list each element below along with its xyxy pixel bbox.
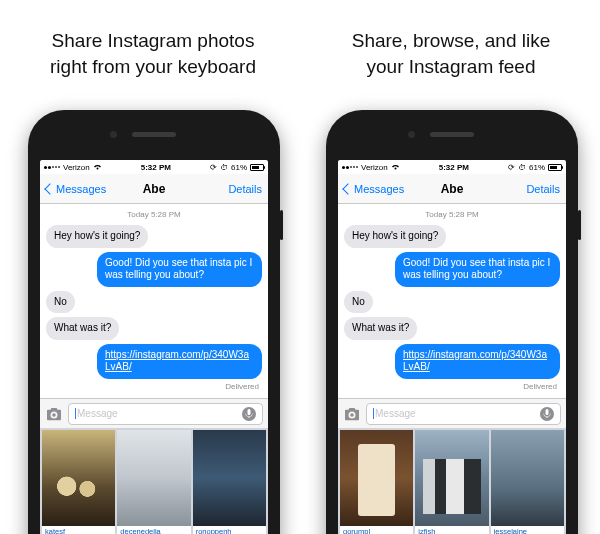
mic-button[interactable] [540, 407, 554, 421]
grid-card[interactable]: decenedellaI want to live out [117, 430, 190, 534]
grid-card[interactable]: jesselaineThat these [491, 430, 564, 534]
details-button[interactable]: Details [228, 183, 262, 195]
keyboard-photo-grid[interactable]: gorumplIf you gotta do jzfishFired up fo… [338, 428, 566, 534]
rotation-lock-icon: ⟳ [210, 163, 217, 172]
details-button[interactable]: Details [526, 183, 560, 195]
message-out[interactable]: Good! Did you see that insta pic I was t… [97, 252, 262, 287]
grid-card[interactable]: katesffrat basements 📷 [42, 430, 115, 534]
signal-dots-icon [342, 166, 358, 169]
wifi-icon [93, 163, 102, 172]
carrier-label: Verizon [63, 163, 90, 172]
message-out-link[interactable]: https://instagram.com/p/340W3aLvAB/ [97, 344, 262, 379]
alarm-icon: ⏱ [518, 163, 526, 172]
timestamp: Today 5:28 PM [344, 210, 560, 219]
message-input[interactable]: Message [68, 403, 263, 425]
alarm-icon: ⏱ [220, 163, 228, 172]
battery-percent: 61% [529, 163, 545, 172]
headline-left: Share Instagram photos right from your k… [8, 0, 298, 93]
delivered-label: Delivered [523, 382, 557, 391]
grid-card[interactable]: jzfishFired up for [415, 430, 488, 534]
message-out-link[interactable]: https://instagram.com/p/340W3aLvAB/ [395, 344, 560, 379]
back-button[interactable]: Messages [344, 183, 404, 195]
message-in[interactable]: Hey how's it going? [344, 225, 446, 248]
back-button[interactable]: Messages [46, 183, 106, 195]
nav-bar: Messages Abe Details [338, 174, 566, 204]
thumbnail[interactable] [340, 430, 413, 526]
message-in[interactable]: No [344, 291, 373, 314]
signal-dots-icon [44, 166, 60, 169]
chevron-left-icon [342, 183, 353, 194]
grid-card[interactable]: ronoppenhSome phot [193, 430, 266, 534]
nav-bar: Messages Abe Details [40, 174, 268, 204]
thumbnail[interactable] [491, 430, 564, 526]
chevron-left-icon [44, 183, 55, 194]
phone-frame: Verizon 5:32 PM ⟳ ⏱ 61% Messages [326, 110, 578, 534]
camera-button[interactable] [343, 407, 361, 421]
grid-card[interactable]: gorumplIf you gotta do [340, 430, 413, 534]
camera-button[interactable] [45, 407, 63, 421]
message-input-bar: Message [338, 398, 566, 428]
thumbnail[interactable] [117, 430, 190, 526]
status-time: 5:32 PM [439, 163, 469, 172]
message-out[interactable]: Good! Did you see that insta pic I was t… [395, 252, 560, 287]
message-in[interactable]: What was it? [344, 317, 417, 340]
delivered-label: Delivered [225, 382, 259, 391]
carrier-label: Verizon [361, 163, 388, 172]
phone-frame: Verizon 5:32 PM ⟳ ⏱ 61% Messages [28, 110, 280, 534]
thumbnail[interactable] [415, 430, 488, 526]
battery-icon [250, 164, 264, 171]
battery-percent: 61% [231, 163, 247, 172]
conversation[interactable]: Today 5:28 PM Hey how's it going? Good! … [338, 204, 566, 398]
status-bar: Verizon 5:32 PM ⟳ ⏱ 61% [40, 160, 268, 174]
thumbnail[interactable] [193, 430, 266, 526]
thumbnail[interactable] [42, 430, 115, 526]
headline-right: Share, browse, and like your Instagram f… [306, 0, 596, 93]
message-input[interactable]: Message [366, 403, 561, 425]
keyboard-photo-grid[interactable]: katesffrat basements 📷 decenedellaI want… [40, 428, 268, 534]
mic-button[interactable] [242, 407, 256, 421]
message-in[interactable]: No [46, 291, 75, 314]
message-input-bar: Message [40, 398, 268, 428]
status-bar: Verizon 5:32 PM ⟳ ⏱ 61% [338, 160, 566, 174]
conversation[interactable]: Today 5:28 PM Hey how's it going? Good! … [40, 204, 268, 398]
wifi-icon [391, 163, 400, 172]
message-in[interactable]: What was it? [46, 317, 119, 340]
status-time: 5:32 PM [141, 163, 171, 172]
timestamp: Today 5:28 PM [46, 210, 262, 219]
message-in[interactable]: Hey how's it going? [46, 225, 148, 248]
battery-icon [548, 164, 562, 171]
rotation-lock-icon: ⟳ [508, 163, 515, 172]
